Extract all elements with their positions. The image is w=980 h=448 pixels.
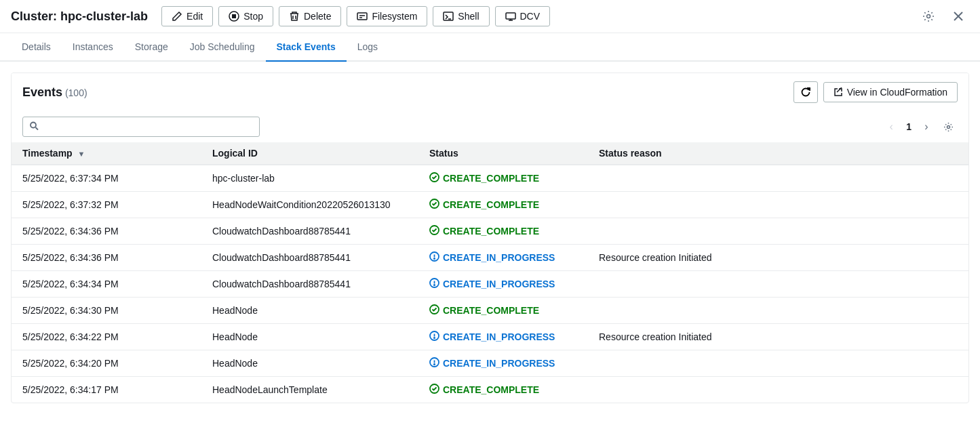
col-header-status[interactable]: Status — [418, 142, 588, 165]
table-row: 5/25/2022, 6:34:36 PM CloudwatchDashboar… — [12, 218, 968, 245]
status-label: CREATE_COMPLETE — [443, 226, 539, 237]
tabs-nav: Details Instances Storage Job Scheduling… — [0, 33, 980, 62]
cell-reason — [588, 218, 968, 245]
filesystem-button[interactable]: Filesystem — [347, 6, 427, 26]
events-panel: Events (100) View in CloudFormat — [11, 73, 969, 403]
events-title-area: Events (100) — [22, 85, 87, 100]
status-label: CREATE_COMPLETE — [443, 384, 539, 395]
status-label: CREATE_IN_PROGRESS — [443, 331, 555, 342]
edit-button[interactable]: Edit — [161, 6, 213, 26]
svg-point-25 — [434, 285, 435, 285]
search-input[interactable] — [22, 117, 260, 137]
stop-icon — [229, 11, 239, 22]
events-count: (100) — [65, 87, 87, 98]
cell-timestamp: 5/25/2022, 6:34:36 PM — [12, 218, 201, 245]
cell-status: CREATE_IN_PROGRESS — [418, 350, 588, 377]
close-icon — [953, 11, 964, 22]
header-right — [918, 5, 969, 27]
search-wrapper — [22, 117, 260, 137]
events-title: Events — [22, 85, 62, 99]
cell-timestamp: 5/25/2022, 6:34:34 PM — [12, 271, 201, 298]
edit-icon — [172, 11, 182, 22]
status-icon — [429, 357, 439, 369]
cell-reason — [588, 165, 968, 192]
cell-logical-id: HeadNode — [201, 298, 418, 324]
search-icon — [29, 121, 39, 133]
cell-timestamp: 5/25/2022, 6:34:22 PM — [12, 324, 201, 350]
cell-reason — [588, 350, 968, 377]
pagination-area: ‹ 1 › — [882, 117, 958, 136]
table-row: 5/25/2022, 6:37:34 PM hpc-cluster-lab CR… — [12, 165, 968, 192]
refresh-icon — [800, 87, 811, 98]
cell-status: CREATE_IN_PROGRESS — [418, 271, 588, 298]
svg-point-10 — [927, 15, 930, 18]
cell-logical-id: HeadNodeWaitCondition20220526013130 — [201, 192, 418, 218]
filesystem-icon — [357, 11, 368, 22]
page-number: 1 — [903, 121, 914, 132]
previous-page-button[interactable]: ‹ — [882, 117, 901, 136]
cell-logical-id: HeadNode — [201, 350, 418, 377]
cell-timestamp: 5/25/2022, 6:34:30 PM — [12, 298, 201, 324]
svg-line-13 — [837, 87, 842, 92]
table-row: 5/25/2022, 6:37:32 PM HeadNodeWaitCondit… — [12, 192, 968, 218]
dcv-button[interactable]: DCV — [495, 6, 551, 26]
cell-reason — [588, 192, 968, 218]
tab-storage[interactable]: Storage — [124, 33, 179, 62]
svg-rect-7 — [506, 13, 515, 19]
view-in-cloudformation-button[interactable]: View in CloudFormation — [823, 82, 958, 102]
svg-line-15 — [36, 127, 39, 130]
cell-logical-id: CloudwatchDashboard88785441 — [201, 245, 418, 271]
status-label: CREATE_IN_PROGRESS — [443, 279, 555, 289]
close-button[interactable] — [947, 5, 969, 27]
status-icon — [429, 331, 439, 343]
cell-timestamp: 5/25/2022, 6:34:36 PM — [12, 245, 201, 271]
svg-point-29 — [434, 338, 435, 338]
tab-stack-events[interactable]: Stack Events — [266, 33, 347, 62]
events-table-body: 5/25/2022, 6:37:34 PM hpc-cluster-lab CR… — [12, 165, 968, 403]
status-icon — [429, 251, 439, 264]
settings-button[interactable] — [918, 5, 939, 27]
cell-status: CREATE_COMPLETE — [418, 377, 588, 403]
table-gear-icon — [943, 122, 954, 132]
col-header-timestamp[interactable]: Timestamp ▼ — [12, 142, 201, 165]
tab-instances[interactable]: Instances — [62, 33, 124, 62]
main-content: Events (100) View in CloudFormat — [0, 62, 980, 414]
settings-icon — [922, 10, 935, 22]
delete-icon — [289, 11, 300, 22]
events-header-right: View in CloudFormation — [793, 81, 958, 103]
status-label: CREATE_IN_PROGRESS — [443, 252, 555, 263]
cell-logical-id: CloudwatchDashboard88785441 — [201, 218, 418, 245]
tab-details[interactable]: Details — [11, 33, 62, 62]
events-table: Timestamp ▼ Logical ID Status Status rea… — [12, 142, 968, 403]
col-header-logical-id[interactable]: Logical ID — [201, 142, 418, 165]
svg-point-14 — [31, 123, 36, 128]
stop-button[interactable]: Stop — [218, 6, 273, 26]
cell-status: CREATE_IN_PROGRESS — [418, 324, 588, 350]
cell-logical-id: HeadNode — [201, 324, 418, 350]
status-icon — [429, 384, 439, 396]
delete-button[interactable]: Delete — [279, 6, 341, 26]
shell-icon — [443, 11, 454, 22]
cell-reason: Resource creation Initiated — [588, 245, 968, 271]
cell-status: CREATE_COMPLETE — [418, 192, 588, 218]
tab-logs[interactable]: Logs — [347, 33, 389, 62]
header: Cluster: hpc-cluster-lab Edit Stop Delet… — [0, 0, 980, 33]
cell-reason — [588, 271, 968, 298]
table-row: 5/25/2022, 6:34:22 PM HeadNode CREATE_IN… — [12, 324, 968, 350]
sort-icon-timestamp: ▼ — [78, 150, 85, 158]
events-header: Events (100) View in CloudFormat — [12, 73, 968, 111]
status-label: CREATE_COMPLETE — [443, 173, 539, 184]
cell-reason — [588, 377, 968, 403]
next-page-button[interactable]: › — [917, 117, 936, 136]
status-icon — [429, 172, 439, 184]
search-pagination-row: ‹ 1 › — [12, 111, 968, 142]
col-header-reason[interactable]: Status reason — [588, 142, 968, 165]
refresh-button[interactable] — [793, 81, 818, 103]
status-label: CREATE_COMPLETE — [443, 199, 539, 210]
shell-button[interactable]: Shell — [433, 6, 489, 26]
cluster-title: Cluster: hpc-cluster-lab — [11, 9, 148, 24]
external-link-icon — [834, 87, 843, 97]
tab-job-scheduling[interactable]: Job Scheduling — [179, 33, 266, 62]
table-settings-button[interactable] — [939, 117, 958, 136]
cell-timestamp: 5/25/2022, 6:37:32 PM — [12, 192, 201, 218]
